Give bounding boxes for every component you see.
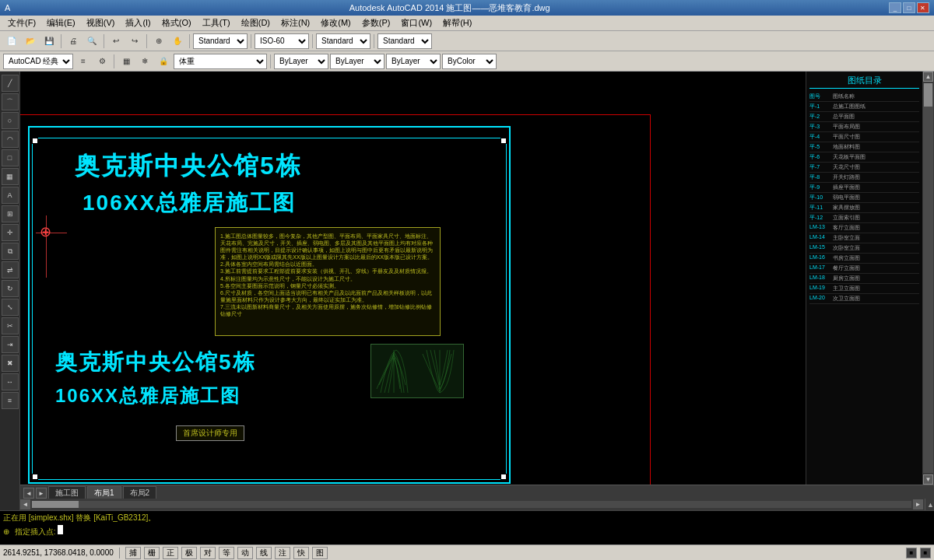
app-icon: A	[5, 3, 10, 12]
trim-btn[interactable]: ✂	[2, 317, 19, 334]
rp-row-8: 平-9插座平面图	[809, 183, 919, 193]
style-select-2[interactable]: Standard	[377, 33, 432, 49]
handle-bl[interactable]	[32, 474, 38, 480]
draw-arc-btn[interactable]: ◠	[2, 131, 19, 148]
osnap-btn[interactable]: 对	[200, 547, 216, 559]
drawing-title-line1: 奥克斯中央公馆5栋	[75, 149, 302, 184]
left-toolbar: ╱ ⌒ ○ ◠ □ ▦ A ⊞ ✛ ⧉ ⇌ ↻ ⤡ ✂ ⇥ ✖ ↔ ≡	[0, 72, 20, 510]
scroll-track[interactable]	[923, 83, 933, 473]
scroll-up-button[interactable]: ▲	[923, 72, 933, 82]
rp-text-header: 图纸名称	[833, 93, 919, 100]
layer-state[interactable]: ▦	[118, 53, 135, 70]
menu-dimension[interactable]: 标注(N)	[276, 16, 314, 30]
tab-model[interactable]: 施工图	[48, 486, 86, 499]
copy-btn[interactable]: ⧉	[2, 243, 19, 260]
menu-view[interactable]: 视图(V)	[82, 16, 120, 30]
linetype-select[interactable]: ISO-60	[255, 33, 309, 49]
freeze-btn[interactable]: ❄	[136, 53, 153, 70]
bycolor-select[interactable]: ByColor	[442, 54, 497, 69]
handle-br[interactable]	[500, 474, 507, 480]
save-button[interactable]: 💾	[40, 33, 58, 50]
handle-tl[interactable]	[32, 138, 38, 144]
layer-name-select[interactable]: 体重	[174, 54, 267, 69]
tab-layout2[interactable]: 布局2	[123, 486, 157, 499]
tab-next-button[interactable]: ►	[36, 488, 47, 499]
mirror-btn[interactable]: ⇌	[2, 261, 19, 278]
topo-btn[interactable]: 图	[312, 547, 328, 559]
sep2	[104, 34, 104, 48]
dimension-btn[interactable]: ↔	[2, 373, 19, 390]
menu-file[interactable]: 文件(F)	[3, 16, 40, 30]
rp-row-1: 平-2总平面图	[809, 112, 919, 122]
block-btn[interactable]: ⊞	[2, 205, 19, 222]
props-btn[interactable]: ⚙	[93, 53, 111, 70]
menu-window[interactable]: 窗口(W)	[396, 16, 437, 30]
grid-btn[interactable]: 栅	[144, 547, 160, 559]
scroll-down-button[interactable]: ▼	[923, 474, 933, 485]
style-select-1[interactable]: Standard	[316, 33, 370, 49]
layer-btn-left[interactable]: ≡	[2, 392, 19, 409]
menu-param[interactable]: 参数(P)	[357, 16, 395, 30]
polar-btn[interactable]: 极	[181, 547, 197, 559]
text-btn[interactable]: A	[2, 187, 19, 204]
annotation-btn[interactable]: 注	[275, 547, 290, 559]
hatch-btn[interactable]: ▦	[2, 168, 19, 185]
rotate-btn[interactable]: ↻	[2, 280, 19, 297]
draw-line-btn[interactable]: ╱	[2, 75, 19, 92]
draw-rect-btn[interactable]: □	[2, 149, 19, 166]
workspace-select-1[interactable]: Standard	[193, 33, 248, 49]
otrack-btn[interactable]: 等	[219, 547, 234, 559]
rp-row-header: 图号 图纸名称	[809, 92, 919, 102]
menu-modify[interactable]: 修改(M)	[316, 16, 356, 30]
main-canvas[interactable]: 奥克斯中央公馆5栋 106XX总雅居施工图 1.施工图总体图量较多，图今复杂，其…	[20, 72, 806, 485]
close-button[interactable]: ✕	[917, 2, 929, 13]
draw-polyline-btn[interactable]: ⌒	[2, 93, 19, 110]
rp-row-13: LM-14主卧室立面	[809, 233, 919, 243]
layer-btn[interactable]: ≡	[75, 53, 92, 70]
toolbar-1: 📄 📂 💾 🖨 🔍 ↩ ↪ ⊕ ✋ Standard ISO-60 Standa…	[0, 31, 934, 51]
rp-row-15: LM-16书房立面图	[809, 254, 919, 264]
menu-format[interactable]: 格式(O)	[157, 16, 196, 30]
sep4	[189, 34, 190, 48]
draw-circle-btn[interactable]: ○	[2, 112, 19, 129]
menu-insert[interactable]: 插入(I)	[121, 16, 155, 30]
scroll-right-button[interactable]: ►	[913, 499, 923, 509]
minimize-button[interactable]: _	[889, 2, 901, 13]
scroll-left-button[interactable]: ◄	[20, 499, 30, 509]
print-button[interactable]: 🖨	[65, 33, 82, 50]
undo-button[interactable]: ↩	[107, 33, 125, 50]
maximize-button[interactable]: □	[903, 2, 915, 13]
linewidth-btn[interactable]: 线	[256, 547, 272, 559]
zoom-button[interactable]: ⊕	[150, 33, 167, 50]
menu-edit[interactable]: 编辑(E)	[42, 16, 80, 30]
scroll-thumb[interactable]	[924, 83, 932, 107]
ortho-btn[interactable]: 正	[163, 547, 178, 559]
scale-btn[interactable]: ⤡	[2, 299, 19, 316]
bylayer-select-1[interactable]: ByLayer	[274, 54, 328, 69]
h-scroll-track[interactable]	[32, 501, 911, 508]
move-btn[interactable]: ✛	[2, 224, 19, 241]
tab-layout1[interactable]: 布局1	[87, 486, 121, 499]
menu-help[interactable]: 解帮(H)	[438, 16, 476, 30]
erase-btn[interactable]: ✖	[2, 355, 19, 372]
h-scroll-thumb[interactable]	[32, 501, 79, 508]
bylayer-select-3[interactable]: ByLayer	[386, 54, 441, 69]
menu-tools[interactable]: 工具(T)	[198, 16, 235, 30]
tab-prev-button[interactable]: ◄	[23, 488, 34, 499]
menu-draw[interactable]: 绘图(D)	[237, 16, 275, 30]
handle-tr[interactable]	[500, 138, 507, 144]
pan-button[interactable]: ✋	[169, 33, 186, 50]
open-button[interactable]: 📂	[22, 33, 39, 50]
lock-btn[interactable]: 🔒	[155, 53, 172, 70]
bylayer-select-2[interactable]: ByLayer	[330, 54, 384, 69]
extend-btn[interactable]: ⇥	[2, 336, 19, 353]
autocad-workspace-select[interactable]: AutoCAD 经典	[3, 54, 73, 69]
qprops-btn[interactable]: 快	[293, 547, 309, 559]
cmd-cursor	[58, 525, 63, 534]
redo-button[interactable]: ↪	[126, 33, 143, 50]
dynamic-btn[interactable]: 动	[237, 547, 253, 559]
preview-button[interactable]: 🔍	[83, 33, 100, 50]
rp-row-16: LM-17餐厅立面图	[809, 264, 919, 274]
new-button[interactable]: 📄	[3, 33, 20, 50]
snap-btn[interactable]: 捕	[125, 547, 141, 559]
